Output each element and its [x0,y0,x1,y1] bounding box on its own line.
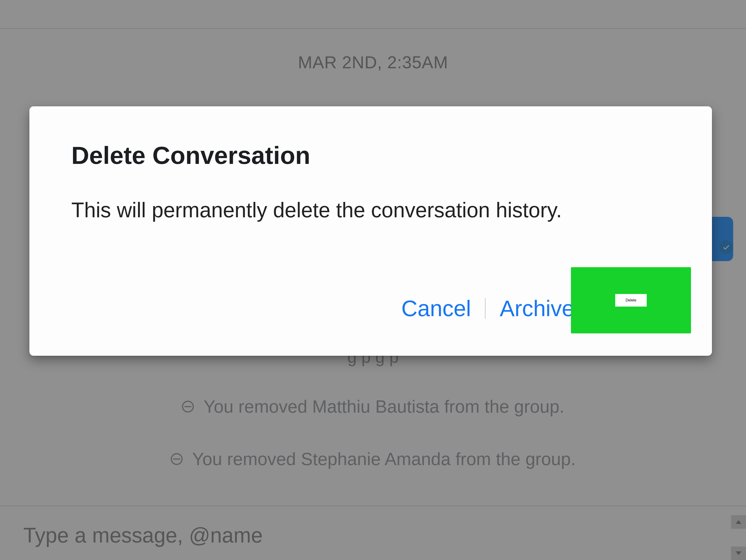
delete-conversation-dialog: Delete Conversation This will permanentl… [29,106,712,356]
dialog-title: Delete Conversation [71,141,670,169]
tutorial-highlight: Delete [571,267,691,333]
cancel-button[interactable]: Cancel [388,291,485,326]
delete-button[interactable]: Delete [626,298,636,302]
dialog-body: This will permanently delete the convers… [71,197,670,223]
